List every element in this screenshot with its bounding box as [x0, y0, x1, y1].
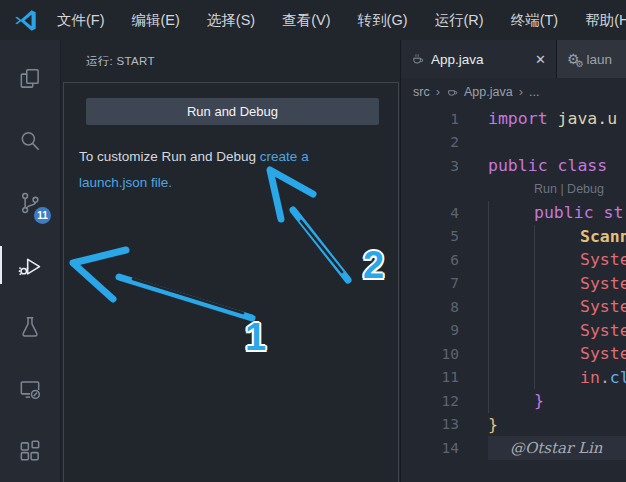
indent-guide — [488, 201, 534, 225]
breadcrumb-src[interactable]: src — [413, 85, 430, 99]
line-number: 14 — [401, 440, 459, 456]
code-token: } — [534, 391, 544, 410]
line-number: 8 — [401, 299, 459, 315]
breadcrumb-symbol[interactable]: ... — [529, 85, 539, 99]
line-content: import java.u — [488, 107, 626, 131]
tab-bar: App.java ✕ ⚙⚙ laun — [401, 40, 626, 78]
line-content: in.cl — [488, 366, 626, 390]
line-number: 9 — [401, 322, 459, 338]
search-icon — [17, 128, 43, 154]
code-token: Syste — [580, 344, 626, 363]
code-line-9: 9Syste — [401, 319, 626, 343]
chevron-right-icon: › — [519, 84, 523, 99]
breadcrumb: src › App.java › ... — [401, 78, 626, 105]
sidebar-item-testing[interactable] — [0, 296, 60, 358]
line-content: Syste — [488, 248, 626, 272]
tab-label: App.java — [431, 52, 484, 67]
line-number: 7 — [401, 275, 459, 291]
line-number: 10 — [401, 346, 459, 362]
indent-guide — [534, 295, 580, 319]
welcome-text-static: To customize Run and Debug — [79, 149, 260, 164]
code-token: Run | Debug — [534, 182, 604, 196]
code-line-4: 4public st — [401, 201, 626, 225]
indent-guide — [534, 366, 580, 390]
gear-icon: ⚙⚙ — [567, 51, 580, 67]
extensions-icon — [17, 438, 43, 464]
source-control-badge: 11 — [34, 207, 51, 224]
titlebar: 文件(F)编辑(E)选择(S)查看(V)转到(G)运行(R)终端(T)帮助(H) — [0, 0, 626, 40]
run-and-debug-button[interactable]: Run and Debug — [86, 98, 379, 125]
sidebar-item-remote-explorer[interactable] — [0, 358, 60, 420]
tab-app-java[interactable]: App.java ✕ — [401, 40, 556, 78]
breadcrumb-app-java[interactable]: App.java — [464, 85, 513, 99]
editor-group: App.java ✕ ⚙⚙ laun src › App.java › ... — [400, 40, 626, 482]
remote-explorer-icon — [17, 376, 43, 402]
indent-guide — [488, 342, 534, 366]
code-token: Syste — [580, 274, 626, 293]
chevron-right-icon: › — [436, 84, 440, 99]
code-token: } — [488, 415, 498, 434]
code-line-7: 7Syste — [401, 272, 626, 296]
watermark: @Otstar Lin — [510, 439, 602, 457]
indent-guide — [534, 248, 580, 272]
code-token: import — [488, 109, 558, 128]
indent-guide — [488, 248, 534, 272]
sidebar-item-source-control[interactable]: 11 — [0, 172, 60, 234]
codelens-row[interactable]: Run | Debug — [401, 178, 626, 202]
welcome-view: Run and Debug To customize Run and Debug… — [63, 82, 399, 482]
indent-guide — [488, 319, 534, 343]
close-icon[interactable]: ✕ — [535, 52, 546, 67]
indent-guide — [488, 366, 534, 390]
code-token: Scann — [580, 227, 626, 246]
line-content: Syste — [488, 342, 626, 366]
indent-guide — [534, 319, 580, 343]
code-line-6: 6Syste — [401, 248, 626, 272]
menu-item-5[interactable]: 运行(R) — [434, 11, 483, 30]
line-content: } — [488, 389, 626, 413]
sidebar-item-explorer[interactable] — [0, 48, 60, 110]
menu-item-2[interactable]: 选择(S) — [207, 11, 255, 30]
code-line-2: 2 — [401, 131, 626, 155]
welcome-text: To customize Run and Debug create a laun… — [79, 144, 378, 196]
code-line-13: 13} — [401, 413, 626, 437]
menu-item-3[interactable]: 查看(V) — [282, 11, 330, 30]
line-content — [488, 131, 626, 155]
line-number: 3 — [401, 158, 459, 174]
menu-item-6[interactable]: 终端(T) — [511, 11, 559, 30]
flask-icon — [17, 314, 43, 340]
menu-item-4[interactable]: 转到(G) — [358, 11, 408, 30]
code-area[interactable]: 1import java.u23public class Run | Debug… — [401, 105, 626, 482]
line-content: Syste — [488, 319, 626, 343]
code-token: Syste — [580, 250, 626, 269]
files-icon — [17, 66, 43, 92]
menu-item-7[interactable]: 帮助(H) — [585, 11, 626, 30]
line-content: Scann — [488, 225, 626, 249]
line-number: 4 — [401, 205, 459, 221]
indent-guide — [488, 272, 534, 296]
line-content: Syste — [488, 272, 626, 296]
indent-guide — [488, 295, 534, 319]
main-area: 11 — [0, 40, 626, 482]
sidebar-item-extensions[interactable] — [0, 420, 60, 482]
line-number: 5 — [401, 228, 459, 244]
sidebar-item-search[interactable] — [0, 110, 60, 172]
indent-guide — [534, 272, 580, 296]
line-number: 2 — [401, 134, 459, 150]
code-line-11: 11in.cl — [401, 366, 626, 390]
vscode-window: 文件(F)编辑(E)选择(S)查看(V)转到(G)运行(R)终端(T)帮助(H) — [0, 0, 626, 482]
menu-item-1[interactable]: 编辑(E) — [132, 11, 180, 30]
line-content: public class — [488, 154, 626, 178]
code-line-12: 12} — [401, 389, 626, 413]
run-and-debug-icon — [17, 252, 44, 279]
menu-item-0[interactable]: 文件(F) — [57, 11, 105, 30]
java-file-icon — [411, 52, 424, 66]
line-number: 11 — [401, 369, 459, 385]
code-token: Syste — [580, 321, 626, 340]
tab-launch-json[interactable]: ⚙⚙ laun — [556, 40, 626, 78]
vscode-logo-icon — [13, 8, 38, 33]
sidebar-item-run-and-debug[interactable] — [0, 234, 60, 296]
code-token: public st — [534, 203, 623, 222]
code-token: in — [580, 368, 600, 387]
line-content: public st — [488, 201, 626, 225]
line-number: 1 — [401, 111, 459, 127]
